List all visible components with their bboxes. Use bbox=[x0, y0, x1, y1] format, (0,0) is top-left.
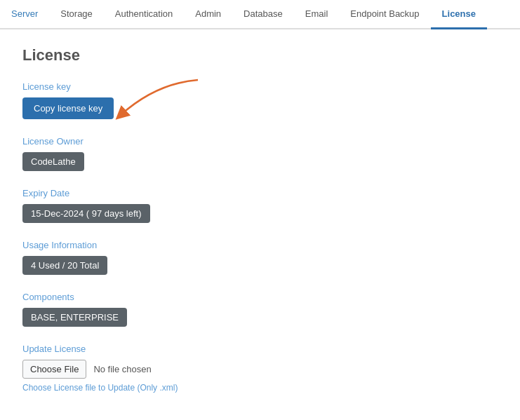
expiry-date-section: Expiry Date 15-Dec-2024 ( 97 days left) bbox=[22, 188, 498, 223]
copy-button-container: Copy license key bbox=[22, 97, 114, 119]
nav-item-storage[interactable]: Storage bbox=[49, 0, 104, 29]
components-section: Components BASE, ENTERPRISE bbox=[22, 292, 498, 327]
expiry-date-value: 15-Dec-2024 ( 97 days left) bbox=[22, 204, 150, 223]
license-key-section: License key Copy license key bbox=[22, 81, 498, 119]
page-content: License License key Copy license key Lic… bbox=[0, 29, 520, 420]
components-label: Components bbox=[22, 292, 498, 302]
expiry-date-label: Expiry Date bbox=[22, 188, 498, 198]
nav-item-email[interactable]: Email bbox=[294, 0, 340, 29]
license-owner-value: CodeLathe bbox=[22, 152, 84, 171]
page-title: License bbox=[22, 46, 498, 65]
license-owner-label: License Owner bbox=[22, 136, 498, 147]
nav-item-license[interactable]: License bbox=[431, 0, 487, 29]
no-file-text: No file chosen bbox=[93, 364, 151, 374]
usage-info-section: Usage Information 4 Used / 20 Total bbox=[22, 240, 498, 275]
file-row: Choose File No file chosen bbox=[22, 360, 498, 379]
usage-info-label: Usage Information bbox=[22, 240, 498, 250]
license-owner-section: License Owner CodeLathe bbox=[22, 136, 498, 171]
nav-item-database[interactable]: Database bbox=[232, 0, 294, 29]
choose-file-button[interactable]: Choose File bbox=[22, 360, 86, 379]
update-license-label: Update License bbox=[22, 344, 498, 354]
nav-item-admin[interactable]: Admin bbox=[184, 0, 232, 29]
update-license-section: Update License Choose File No file chose… bbox=[22, 344, 498, 393]
nav-item-server[interactable]: Server bbox=[0, 0, 49, 29]
components-value: BASE, ENTERPRISE bbox=[22, 308, 127, 327]
file-hint: Choose License file to Update (Only .xml… bbox=[22, 383, 498, 393]
license-key-label: License key bbox=[22, 81, 498, 92]
nav-item-endpoint-backup[interactable]: Endpoint Backup bbox=[339, 0, 430, 29]
nav-item-authentication[interactable]: Authentication bbox=[104, 0, 184, 29]
nav-bar: Server Storage Authentication Admin Data… bbox=[0, 0, 520, 29]
copy-license-key-button[interactable]: Copy license key bbox=[22, 97, 114, 119]
usage-info-value: 4 Used / 20 Total bbox=[22, 256, 107, 275]
